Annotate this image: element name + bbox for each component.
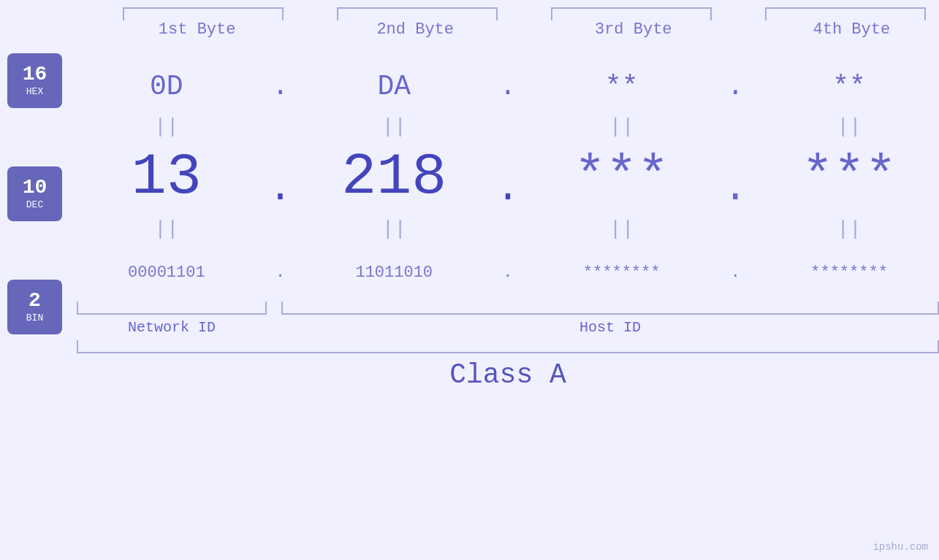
dec-byte4-cell: *** <box>769 151 930 204</box>
eq2-byte3: || <box>609 218 634 240</box>
dec-dot3: . <box>723 169 748 209</box>
eq2-byte2: || <box>381 218 406 240</box>
main-container: 1st Byte 2nd Byte 3rd Byte 4th Byte 16 H… <box>0 0 939 560</box>
bin-byte4-cell: ******** <box>769 264 930 282</box>
hex-dot1: . <box>272 71 289 102</box>
eq-row-2: || || || || <box>77 214 939 243</box>
hex-dot1-cell: . <box>266 71 295 102</box>
byte4-label: 4th Byte <box>771 20 932 39</box>
dec-badge: 10 DEC <box>7 166 62 221</box>
hex-byte3-cell: ** <box>541 71 702 102</box>
dec-byte3-cell: *** <box>541 151 702 204</box>
hex-byte4-cell: ** <box>769 71 930 102</box>
bin-byte4: ******** <box>810 264 888 282</box>
hex-dot3: . <box>727 71 744 102</box>
byte1-label: 1st Byte <box>117 20 278 39</box>
bin-byte1: 00001101 <box>128 264 205 282</box>
eq1-byte1: || <box>154 115 179 138</box>
eq1-byte4: || <box>837 115 862 138</box>
bin-dot2: . <box>503 264 512 282</box>
hex-byte3: ** <box>605 71 639 102</box>
host-id-label: Host ID <box>281 319 939 336</box>
dec-dot1: . <box>268 169 292 209</box>
bin-dot1-cell: . <box>266 264 295 282</box>
class-bottom-bracket <box>77 340 939 353</box>
class-label: Class A <box>77 359 939 391</box>
hex-byte2-cell: DA <box>313 71 474 102</box>
bin-dot1: . <box>275 264 285 282</box>
hex-byte2: DA <box>377 71 411 102</box>
hex-dot3-cell: . <box>721 71 750 102</box>
bin-byte1-cell: 00001101 <box>86 264 247 282</box>
dec-dot2: . <box>495 169 520 209</box>
bin-byte3: ******** <box>583 264 661 282</box>
hex-dot2: . <box>500 71 517 102</box>
eq1-byte2: || <box>381 115 406 138</box>
watermark: ipshu.com <box>873 541 928 553</box>
eq2-byte4: || <box>837 218 862 240</box>
bin-badge: 2 BIN <box>7 280 62 334</box>
eq2-byte1: || <box>154 218 179 240</box>
bin-dot3: . <box>731 264 740 282</box>
bin-row: 00001101 . 11011010 . ******** . <box>77 247 939 298</box>
network-id-label: Network ID <box>77 319 267 336</box>
bottom-brackets-row <box>77 302 939 315</box>
bin-byte2-cell: 11011010 <box>313 264 474 282</box>
bin-badge-number: 2 <box>28 291 41 311</box>
dec-badge-number: 10 <box>23 177 47 198</box>
bin-badge-label: BIN <box>26 312 43 323</box>
dec-byte2: 218 <box>341 148 446 207</box>
network-id-bottom-bracket <box>77 302 267 315</box>
hex-byte1-cell: 0D <box>86 71 247 102</box>
hex-badge-number: 16 <box>23 64 47 85</box>
byte3-label: 3rd Byte <box>553 20 714 39</box>
host-id-bottom-bracket <box>281 302 939 315</box>
byte3-top-bracket <box>551 7 712 20</box>
eq1-byte3: || <box>609 115 634 138</box>
dec-dot1-cell: . <box>266 147 295 209</box>
id-labels-row: Network ID Host ID <box>77 319 939 336</box>
dec-byte1-cell: 13 <box>86 148 247 207</box>
hex-byte1: 0D <box>150 71 183 102</box>
bin-dot3-cell: . <box>721 264 750 282</box>
badges-column: 16 HEX 10 DEC 2 BIN <box>7 53 62 560</box>
rows-area: 0D . DA . ** . ** <box>77 50 939 560</box>
bin-dot2-cell: . <box>493 264 522 282</box>
dec-byte2-cell: 218 <box>313 148 474 207</box>
byte4-top-bracket <box>765 7 926 20</box>
dec-byte4: *** <box>802 151 897 204</box>
byte-headers: 1st Byte 2nd Byte 3rd Byte 4th Byte <box>0 20 939 39</box>
hex-row: 0D . DA . ** . ** <box>77 64 939 108</box>
bin-byte2: 11011010 <box>355 264 433 282</box>
dec-dot3-cell: . <box>721 147 750 209</box>
bin-byte3-cell: ******** <box>541 264 702 282</box>
byte2-label: 2nd Byte <box>335 20 495 39</box>
dec-dot2-cell: . <box>493 147 522 209</box>
hex-dot2-cell: . <box>493 71 522 102</box>
eq-row-1: || || || || <box>77 112 939 141</box>
dec-byte3: *** <box>574 151 669 204</box>
hex-byte4: ** <box>832 71 866 102</box>
dec-badge-label: DEC <box>26 199 43 210</box>
dec-byte1: 13 <box>132 148 202 207</box>
hex-badge: 16 HEX <box>7 53 62 108</box>
hex-badge-label: HEX <box>26 86 43 97</box>
byte1-top-bracket <box>123 7 284 20</box>
dec-row: 13 . 218 . *** . *** <box>77 145 939 210</box>
byte2-top-bracket <box>337 7 498 20</box>
